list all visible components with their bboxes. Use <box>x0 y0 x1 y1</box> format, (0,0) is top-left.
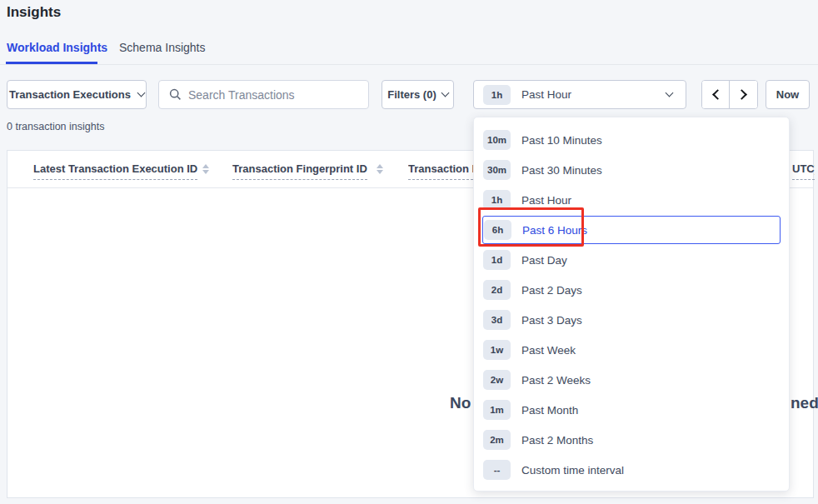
time-option-badge: 1m <box>483 400 511 420</box>
time-dropdown-item[interactable]: 2w Past 2 Weeks <box>474 365 789 395</box>
chevron-left-icon <box>712 89 723 100</box>
search-icon <box>169 88 182 101</box>
sort-icon[interactable] <box>377 164 383 174</box>
page-title: Insights <box>7 4 61 21</box>
now-button[interactable]: Now <box>766 80 810 109</box>
time-option-label: Past 2 Days <box>521 284 582 297</box>
time-option-badge: 1w <box>483 340 511 360</box>
time-option-badge: 1h <box>483 190 511 210</box>
tab-schema-insights[interactable]: Schema Insights <box>119 41 206 54</box>
time-option-badge: 10m <box>483 130 511 150</box>
time-dropdown-item[interactable]: -- Custom time interval <box>474 455 789 485</box>
column-header-latest-transaction-execution-id[interactable]: Latest Transaction Execution ID <box>33 162 197 180</box>
time-dropdown-item[interactable]: 1m Past Month <box>474 395 789 425</box>
chevron-down-icon <box>666 89 674 97</box>
column-header-transaction-fingerprint-id[interactable]: Transaction Fingerprint ID <box>232 162 367 180</box>
time-option-badge: 30m <box>483 160 511 180</box>
empty-state-text-fragment-right: ned. <box>791 394 818 412</box>
time-interval-dropdown-menu: 10m Past 10 Minutes 30m Past 30 Minutes … <box>473 117 790 492</box>
time-option-label: Past 30 Minutes <box>521 164 602 177</box>
time-option-label: Past 10 Minutes <box>521 134 602 147</box>
next-interval-button[interactable] <box>730 81 757 108</box>
time-dropdown-item[interactable]: 1w Past Week <box>474 335 789 365</box>
time-option-label: Past 2 Months <box>521 434 593 447</box>
sort-icon[interactable] <box>202 164 209 174</box>
time-option-label: Custom time interval <box>521 464 624 477</box>
time-option-badge: 2m <box>483 430 511 450</box>
time-dropdown-item[interactable]: 30m Past 30 Minutes <box>474 155 789 185</box>
time-option-badge: 2d <box>483 280 511 300</box>
insights-page: Insights Workload Insights Schema Insigh… <box>0 0 818 504</box>
search-box[interactable] <box>158 80 369 109</box>
view-selector-label: Transaction Executions <box>9 88 131 101</box>
time-dropdown-item[interactable]: 2d Past 2 Days <box>474 275 789 305</box>
time-option-label: Past Day <box>521 254 567 267</box>
chevron-down-icon <box>137 89 146 97</box>
time-step-buttons <box>701 80 758 109</box>
time-option-label: Past Week <box>521 344 576 357</box>
time-interval-badge: 1h <box>483 85 511 105</box>
time-dropdown-item[interactable]: 6h Past 6 Hours <box>482 216 781 244</box>
time-option-label: Past Hour <box>521 194 571 207</box>
time-option-badge: -- <box>483 460 511 480</box>
time-dropdown-list: 10m Past 10 Minutes 30m Past 30 Minutes … <box>474 125 789 485</box>
time-dropdown-item[interactable]: 3d Past 3 Days <box>474 305 789 335</box>
time-option-badge: 2w <box>483 370 511 390</box>
view-selector-button[interactable]: Transaction Executions <box>7 80 147 109</box>
search-input[interactable] <box>188 88 355 102</box>
filters-button[interactable]: Filters (0) <box>382 80 454 109</box>
previous-interval-button[interactable] <box>702 81 730 108</box>
active-tab-underline <box>6 62 97 64</box>
tabs-divider <box>0 64 818 65</box>
insights-count-text: 0 transaction insights <box>7 121 104 132</box>
time-option-label: Past 6 Hours <box>522 224 587 237</box>
filters-label: Filters (0) <box>387 88 436 101</box>
time-dropdown-item[interactable]: 1d Past Day <box>474 245 789 275</box>
time-dropdown-item[interactable]: 1h Past Hour <box>474 185 789 215</box>
time-option-badge: 3d <box>483 310 511 330</box>
time-interval-selector[interactable]: 1h Past Hour <box>473 80 686 109</box>
time-option-badge: 6h <box>484 220 511 240</box>
chevron-down-icon <box>441 89 449 97</box>
time-interval-label: Past Hour <box>521 88 571 101</box>
tab-workload-insights[interactable]: Workload Insights <box>7 41 107 54</box>
time-dropdown-item[interactable]: 10m Past 10 Minutes <box>474 125 789 155</box>
time-dropdown-item[interactable]: 2m Past 2 Months <box>474 425 789 455</box>
time-option-badge: 1d <box>483 250 511 270</box>
column-header-utc-clipped[interactable]: UTC) <box>792 162 815 180</box>
time-option-label: Past 2 Weeks <box>521 374 591 387</box>
time-option-label: Past 3 Days <box>521 314 582 327</box>
column-header-transaction-execution-clipped[interactable]: Transaction Ex <box>408 162 481 180</box>
chevron-right-icon <box>736 89 747 100</box>
time-option-label: Past Month <box>521 404 578 417</box>
